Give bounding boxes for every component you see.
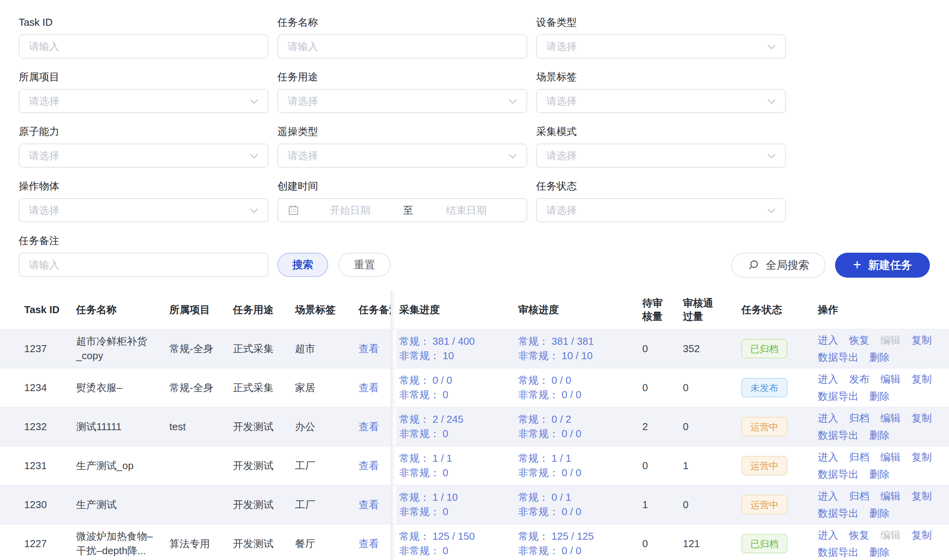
create-time-range[interactable]: 开始日期 至 结束日期 <box>277 198 527 222</box>
op-copy[interactable]: 复制 <box>912 528 932 542</box>
field-label: 任务状态 <box>536 179 786 193</box>
remark-view-link[interactable]: 查看 <box>359 459 379 473</box>
teleop-type-select[interactable]: 请选择 <box>277 144 527 168</box>
col-pending: 待审核量 <box>635 296 679 323</box>
cell-collect-progress: 常规： 2 / 245非常规： 0 <box>399 412 518 441</box>
scene-tag-select[interactable]: 请选择 <box>536 89 786 113</box>
op-enter[interactable]: 进入 <box>818 528 838 542</box>
op-edit[interactable]: 编辑 <box>880 450 901 464</box>
op-delete[interactable]: 删除 <box>869 507 890 520</box>
field-label: 场景标签 <box>536 70 786 83</box>
op-export[interactable]: 数据导出 <box>818 546 858 559</box>
op-enter[interactable]: 进入 <box>818 450 838 464</box>
select-placeholder: 请选择 <box>546 204 577 217</box>
op-publish[interactable]: 发布 <box>849 372 869 386</box>
atomic-capability-select[interactable]: 请选择 <box>19 144 268 168</box>
remark-view-link[interactable]: 查看 <box>359 498 379 512</box>
op-archive[interactable]: 归档 <box>849 450 869 464</box>
op-delete[interactable]: 删除 <box>869 429 890 442</box>
cell-ops: 进入 归档 编辑 复制 数据导出 删除 <box>818 489 949 520</box>
cell-name: 熨烫衣服– <box>76 381 169 395</box>
op-delete[interactable]: 删除 <box>869 546 890 559</box>
op-edit[interactable]: 编辑 <box>880 372 901 386</box>
field-scene-tag: 场景标签 请选择 <box>536 70 786 113</box>
op-edit[interactable]: 编辑 <box>880 489 901 503</box>
task-name-input[interactable] <box>277 34 527 58</box>
device-type-select[interactable]: 请选择 <box>536 34 786 58</box>
col-remark: 任务备注 <box>359 303 391 317</box>
cell-scene: 家居 <box>295 381 359 395</box>
op-enter[interactable]: 进入 <box>818 411 838 425</box>
op-archive[interactable]: 归档 <box>849 489 869 503</box>
task-id-input[interactable] <box>19 34 268 58</box>
cell-collect-progress: 常规： 1 / 1非常规： 0 <box>399 451 518 480</box>
col-ops: 操作 <box>818 303 949 317</box>
select-placeholder: 请选择 <box>29 94 59 108</box>
cell-pending: 0 <box>635 459 679 473</box>
col-purpose: 任务用途 <box>233 303 295 317</box>
cell-project: 常规-全身 <box>169 381 233 395</box>
global-search-button[interactable]: 全局搜索 <box>731 253 826 278</box>
op-copy[interactable]: 复制 <box>912 372 932 386</box>
op-delete[interactable]: 删除 <box>869 351 890 364</box>
purpose-select[interactable]: 请选择 <box>277 89 527 113</box>
top-actions: 全局搜索 + 新建任务 <box>731 253 930 278</box>
op-enter[interactable]: 进入 <box>818 333 838 347</box>
reset-button[interactable]: 重置 <box>338 253 391 277</box>
task-status-select[interactable]: 请选择 <box>536 198 786 222</box>
op-export[interactable]: 数据导出 <box>818 468 858 481</box>
op-copy[interactable]: 复制 <box>912 411 932 425</box>
op-copy[interactable]: 复制 <box>912 333 932 347</box>
op-enter[interactable]: 进入 <box>818 489 838 503</box>
op-export[interactable]: 数据导出 <box>818 390 858 403</box>
search-icon <box>748 259 759 271</box>
cell-passed: 121 <box>679 537 741 551</box>
project-select[interactable]: 请选择 <box>19 89 268 113</box>
task-remark-input[interactable] <box>19 253 268 277</box>
op-export[interactable]: 数据导出 <box>818 507 858 520</box>
field-task-name: 任务名称 <box>277 16 527 58</box>
start-date-placeholder[interactable]: 开始日期 <box>299 204 401 217</box>
collect-mode-select[interactable]: 请选择 <box>536 144 786 168</box>
op-archive[interactable]: 归档 <box>849 411 869 425</box>
op-copy[interactable]: 复制 <box>912 450 932 464</box>
cell-ops: 进入 归档 编辑 复制 数据导出 删除 <box>818 411 949 442</box>
plus-icon: + <box>853 258 861 272</box>
cell-project: 算法专用 <box>169 537 233 551</box>
cell-pending: 0 <box>635 537 679 551</box>
field-label: 任务备注 <box>19 234 268 247</box>
cell-scene: 办公 <box>295 420 359 434</box>
operation-object-select[interactable]: 请选择 <box>19 198 268 222</box>
cell-pending: 0 <box>635 381 679 395</box>
op-restore[interactable]: 恢复 <box>849 333 869 347</box>
filter-area: Task ID 任务名称 设备类型 请选择 所属项目 请选择 任务用途 请选择 <box>0 0 949 289</box>
cell-collect-progress: 常规： 0 / 0非常规： 0 <box>399 373 518 402</box>
cell-task-id: 1237 <box>0 342 76 356</box>
remark-view-link[interactable]: 查看 <box>359 537 379 551</box>
remark-view-link[interactable]: 查看 <box>359 381 379 395</box>
op-copy[interactable]: 复制 <box>912 489 932 503</box>
op-delete[interactable]: 删除 <box>869 390 890 403</box>
create-task-button[interactable]: + 新建任务 <box>835 253 930 278</box>
field-label: 设备类型 <box>536 16 786 29</box>
op-restore[interactable]: 恢复 <box>849 528 869 542</box>
op-export[interactable]: 数据导出 <box>818 429 858 442</box>
end-date-placeholder[interactable]: 结束日期 <box>416 204 517 217</box>
remark-view-link[interactable]: 查看 <box>359 420 379 434</box>
remark-view-link[interactable]: 查看 <box>359 342 379 356</box>
fixed-column-shadow <box>391 408 396 446</box>
search-button[interactable]: 搜索 <box>277 253 328 277</box>
field-label: 遥操类型 <box>277 125 527 138</box>
op-export[interactable]: 数据导出 <box>818 351 858 364</box>
op-enter[interactable]: 进入 <box>818 372 838 386</box>
cell-review-progress: 常规： 125 / 125非常规： 0 / 0 <box>518 529 635 558</box>
field-label: 任务名称 <box>277 16 527 29</box>
op-delete[interactable]: 删除 <box>869 468 890 481</box>
cell-passed: 0 <box>679 498 741 512</box>
cell-scene: 餐厅 <box>295 537 359 551</box>
col-passed: 审核通过量 <box>679 296 741 323</box>
cell-pending: 0 <box>635 342 679 356</box>
field-operation-object: 操作物体 请选择 <box>19 179 268 222</box>
op-edit[interactable]: 编辑 <box>880 411 901 425</box>
status-badge: 已归档 <box>741 339 787 358</box>
